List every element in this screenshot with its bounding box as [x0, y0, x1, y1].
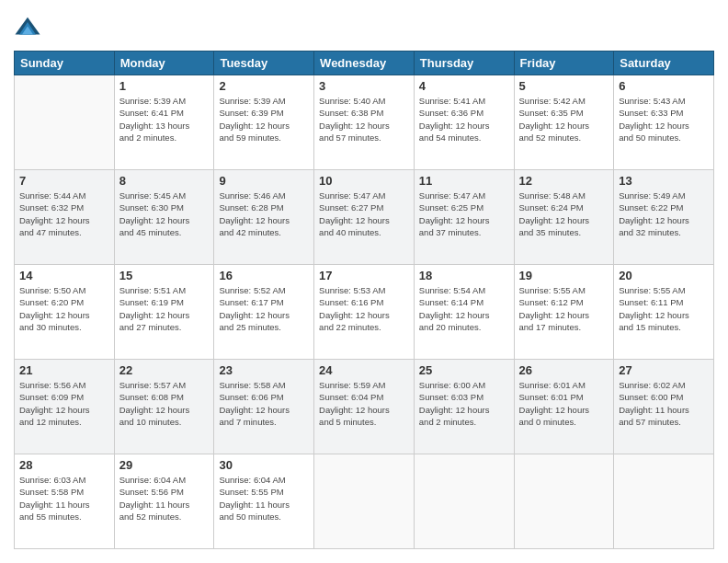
day-info: Sunrise: 5:55 AM Sunset: 6:12 PM Dayligh…	[519, 284, 609, 333]
table-row	[614, 454, 714, 549]
day-info: Sunrise: 5:48 AM Sunset: 6:24 PM Dayligh…	[519, 190, 609, 238]
day-info: Sunrise: 6:02 AM Sunset: 6:00 PM Dayligh…	[619, 379, 709, 428]
table-row: 25Sunrise: 6:00 AM Sunset: 6:03 PM Dayli…	[414, 360, 514, 454]
table-row: 7Sunrise: 5:44 AM Sunset: 6:32 PM Daylig…	[15, 170, 115, 265]
table-row: 4Sunrise: 5:41 AM Sunset: 6:36 PM Daylig…	[414, 75, 514, 170]
calendar-week-row: 28Sunrise: 6:03 AM Sunset: 5:58 PM Dayli…	[15, 454, 714, 549]
table-row: 29Sunrise: 6:04 AM Sunset: 5:56 PM Dayli…	[114, 454, 214, 549]
table-row: 19Sunrise: 5:55 AM Sunset: 6:12 PM Dayli…	[514, 265, 614, 360]
weekday-header-row: Sunday Monday Tuesday Wednesday Thursday…	[15, 52, 714, 75]
day-info: Sunrise: 6:01 AM Sunset: 6:01 PM Dayligh…	[519, 379, 609, 428]
table-row: 26Sunrise: 6:01 AM Sunset: 6:01 PM Dayli…	[514, 360, 614, 454]
day-info: Sunrise: 6:04 AM Sunset: 5:55 PM Dayligh…	[219, 474, 309, 523]
header-saturday: Saturday	[614, 52, 714, 75]
table-row	[15, 75, 115, 170]
day-number: 22	[119, 363, 210, 377]
day-info: Sunrise: 5:47 AM Sunset: 6:25 PM Dayligh…	[419, 190, 509, 238]
day-number: 16	[219, 269, 309, 282]
header-monday: Monday	[114, 52, 214, 75]
day-number: 24	[319, 363, 409, 377]
calendar-week-row: 7Sunrise: 5:44 AM Sunset: 6:32 PM Daylig…	[15, 170, 714, 265]
table-row: 16Sunrise: 5:52 AM Sunset: 6:17 PM Dayli…	[214, 265, 314, 360]
calendar-table: Sunday Monday Tuesday Wednesday Thursday…	[14, 51, 714, 549]
day-info: Sunrise: 5:39 AM Sunset: 6:41 PM Dayligh…	[119, 95, 210, 144]
day-info: Sunrise: 5:40 AM Sunset: 6:38 PM Dayligh…	[319, 95, 409, 144]
day-number: 13	[619, 174, 709, 188]
day-number: 12	[519, 174, 609, 188]
day-info: Sunrise: 5:52 AM Sunset: 6:17 PM Dayligh…	[219, 284, 309, 333]
table-row: 6Sunrise: 5:43 AM Sunset: 6:33 PM Daylig…	[614, 75, 714, 170]
day-number: 10	[319, 174, 409, 188]
logo	[14, 14, 46, 41]
day-number: 9	[219, 174, 309, 188]
day-info: Sunrise: 5:49 AM Sunset: 6:22 PM Dayligh…	[619, 190, 709, 238]
table-row: 21Sunrise: 5:56 AM Sunset: 6:09 PM Dayli…	[15, 360, 115, 454]
table-row: 17Sunrise: 5:53 AM Sunset: 6:16 PM Dayli…	[314, 265, 415, 360]
day-number: 11	[419, 174, 509, 188]
page: Sunday Monday Tuesday Wednesday Thursday…	[0, 0, 728, 563]
day-number: 3	[319, 79, 409, 93]
day-number: 25	[419, 363, 509, 377]
day-info: Sunrise: 5:51 AM Sunset: 6:19 PM Dayligh…	[119, 284, 210, 333]
day-number: 29	[119, 458, 210, 472]
table-row: 24Sunrise: 5:59 AM Sunset: 6:04 PM Dayli…	[314, 360, 415, 454]
table-row: 2Sunrise: 5:39 AM Sunset: 6:39 PM Daylig…	[214, 75, 314, 170]
table-row: 12Sunrise: 5:48 AM Sunset: 6:24 PM Dayli…	[514, 170, 614, 265]
day-info: Sunrise: 5:47 AM Sunset: 6:27 PM Dayligh…	[319, 190, 409, 238]
day-info: Sunrise: 5:46 AM Sunset: 6:28 PM Dayligh…	[219, 190, 309, 238]
day-info: Sunrise: 5:54 AM Sunset: 6:14 PM Dayligh…	[419, 284, 509, 333]
day-number: 6	[619, 79, 709, 93]
day-number: 2	[219, 79, 309, 93]
header-tuesday: Tuesday	[214, 52, 314, 75]
table-row: 30Sunrise: 6:04 AM Sunset: 5:55 PM Dayli…	[214, 454, 314, 549]
table-row: 15Sunrise: 5:51 AM Sunset: 6:19 PM Dayli…	[114, 265, 214, 360]
calendar-week-row: 1Sunrise: 5:39 AM Sunset: 6:41 PM Daylig…	[15, 75, 714, 170]
day-number: 18	[419, 269, 509, 282]
table-row: 20Sunrise: 5:55 AM Sunset: 6:11 PM Dayli…	[614, 265, 714, 360]
table-row: 11Sunrise: 5:47 AM Sunset: 6:25 PM Dayli…	[414, 170, 514, 265]
day-number: 20	[619, 269, 709, 282]
day-info: Sunrise: 6:03 AM Sunset: 5:58 PM Dayligh…	[19, 474, 109, 523]
day-info: Sunrise: 5:57 AM Sunset: 6:08 PM Dayligh…	[119, 379, 210, 428]
header	[14, 14, 714, 41]
day-number: 28	[19, 458, 109, 472]
day-number: 26	[519, 363, 609, 377]
table-row: 14Sunrise: 5:50 AM Sunset: 6:20 PM Dayli…	[15, 265, 115, 360]
day-number: 17	[319, 269, 409, 282]
day-info: Sunrise: 5:45 AM Sunset: 6:30 PM Dayligh…	[119, 190, 210, 238]
day-info: Sunrise: 5:39 AM Sunset: 6:39 PM Dayligh…	[219, 95, 309, 144]
day-number: 19	[519, 269, 609, 282]
day-info: Sunrise: 6:00 AM Sunset: 6:03 PM Dayligh…	[419, 379, 509, 428]
table-row: 10Sunrise: 5:47 AM Sunset: 6:27 PM Dayli…	[314, 170, 415, 265]
day-number: 4	[419, 79, 509, 93]
day-info: Sunrise: 5:56 AM Sunset: 6:09 PM Dayligh…	[19, 379, 109, 428]
table-row: 8Sunrise: 5:45 AM Sunset: 6:30 PM Daylig…	[114, 170, 214, 265]
table-row: 27Sunrise: 6:02 AM Sunset: 6:00 PM Dayli…	[614, 360, 714, 454]
table-row: 22Sunrise: 5:57 AM Sunset: 6:08 PM Dayli…	[114, 360, 214, 454]
table-row: 13Sunrise: 5:49 AM Sunset: 6:22 PM Dayli…	[614, 170, 714, 265]
day-info: Sunrise: 5:58 AM Sunset: 6:06 PM Dayligh…	[219, 379, 309, 428]
calendar-week-row: 21Sunrise: 5:56 AM Sunset: 6:09 PM Dayli…	[15, 360, 714, 454]
table-row	[314, 454, 415, 549]
day-info: Sunrise: 5:55 AM Sunset: 6:11 PM Dayligh…	[619, 284, 709, 333]
day-number: 1	[119, 79, 210, 93]
header-thursday: Thursday	[414, 52, 514, 75]
day-info: Sunrise: 5:42 AM Sunset: 6:35 PM Dayligh…	[519, 95, 609, 144]
day-number: 8	[119, 174, 210, 188]
day-number: 7	[19, 174, 109, 188]
table-row: 18Sunrise: 5:54 AM Sunset: 6:14 PM Dayli…	[414, 265, 514, 360]
table-row: 9Sunrise: 5:46 AM Sunset: 6:28 PM Daylig…	[214, 170, 314, 265]
table-row	[414, 454, 514, 549]
day-number: 23	[219, 363, 309, 377]
header-sunday: Sunday	[15, 52, 115, 75]
logo-icon	[14, 14, 41, 41]
day-number: 30	[219, 458, 309, 472]
day-info: Sunrise: 5:41 AM Sunset: 6:36 PM Dayligh…	[419, 95, 509, 144]
day-info: Sunrise: 5:44 AM Sunset: 6:32 PM Dayligh…	[19, 190, 109, 238]
table-row: 5Sunrise: 5:42 AM Sunset: 6:35 PM Daylig…	[514, 75, 614, 170]
table-row: 28Sunrise: 6:03 AM Sunset: 5:58 PM Dayli…	[15, 454, 115, 549]
day-number: 27	[619, 363, 709, 377]
day-number: 15	[119, 269, 210, 282]
day-info: Sunrise: 5:59 AM Sunset: 6:04 PM Dayligh…	[319, 379, 409, 428]
header-wednesday: Wednesday	[314, 52, 415, 75]
